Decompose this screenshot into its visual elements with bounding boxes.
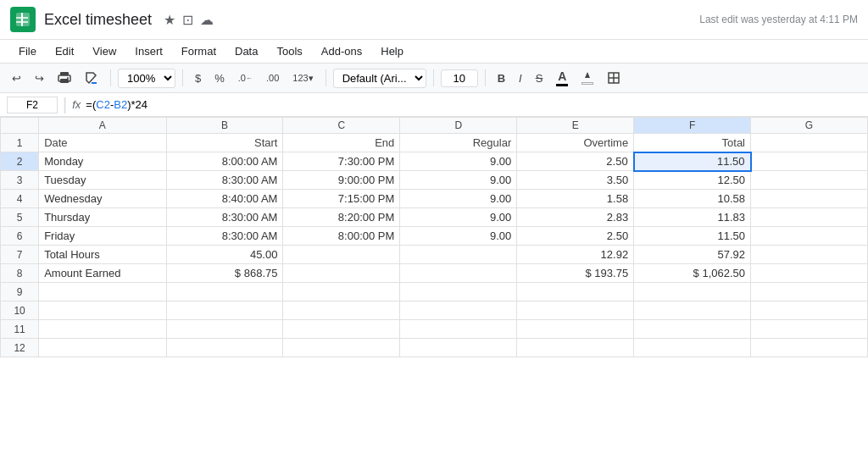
row-header-2[interactable]: 2 xyxy=(1,152,39,171)
cell-r10-c0[interactable] xyxy=(39,301,166,320)
font-color-button[interactable]: A xyxy=(551,67,573,89)
cell-r7-c1[interactable]: 45.00 xyxy=(166,246,283,264)
menu-item-format[interactable]: Format xyxy=(173,41,225,61)
cell-r12-c4[interactable] xyxy=(517,339,634,357)
row-header-7[interactable]: 7 xyxy=(1,246,39,264)
cell-r3-c4[interactable]: 3.50 xyxy=(517,171,634,190)
cell-r2-c6[interactable] xyxy=(751,152,868,171)
fill-color-button[interactable] xyxy=(576,69,598,87)
cell-r10-c2[interactable] xyxy=(283,301,400,320)
cell-r6-c3[interactable]: 9.00 xyxy=(400,227,517,246)
font-family-select[interactable]: Default (Ari... xyxy=(333,69,426,88)
cell-r11-c0[interactable] xyxy=(39,320,166,339)
cell-r5-c6[interactable] xyxy=(751,208,868,227)
cell-r2-c1[interactable]: 8:00:00 AM xyxy=(166,152,283,171)
cell-r12-c1[interactable] xyxy=(166,339,283,357)
menu-item-tools[interactable]: Tools xyxy=(268,41,310,61)
dec-left-button[interactable]: .0← xyxy=(233,70,258,86)
cell-r7-c2[interactable] xyxy=(283,246,400,264)
cell-r9-c3[interactable] xyxy=(400,283,517,301)
cell-r1-c1[interactable]: Start xyxy=(166,134,283,152)
undo-button[interactable]: ↩ xyxy=(7,69,26,87)
cell-r8-c4[interactable]: $ 193.75 xyxy=(517,264,634,283)
row-header-8[interactable]: 8 xyxy=(1,264,39,283)
cell-r1-c5[interactable]: Total xyxy=(634,134,751,152)
cell-r11-c3[interactable] xyxy=(400,320,517,339)
col-header-e[interactable]: E xyxy=(517,118,634,134)
cell-r6-c0[interactable]: Friday xyxy=(39,227,166,246)
cell-r5-c1[interactable]: 8:30:00 AM xyxy=(166,208,283,227)
cell-r4-c1[interactable]: 8:40:00 AM xyxy=(166,190,283,208)
cell-r3-c5[interactable]: 12.50 xyxy=(634,171,751,190)
cell-r7-c4[interactable]: 12.92 xyxy=(517,246,634,264)
row-header-1[interactable]: 1 xyxy=(1,134,39,152)
cell-r11-c2[interactable] xyxy=(283,320,400,339)
cell-r12-c6[interactable] xyxy=(751,339,868,357)
cell-r9-c6[interactable] xyxy=(751,283,868,301)
cell-r9-c5[interactable] xyxy=(634,283,751,301)
cell-r2-c5[interactable]: 11.50 xyxy=(634,152,751,171)
cell-r12-c2[interactable] xyxy=(283,339,400,357)
row-header-12[interactable]: 12 xyxy=(1,339,39,357)
cell-r10-c4[interactable] xyxy=(517,301,634,320)
paint-format-button[interactable] xyxy=(80,69,103,87)
bold-button[interactable]: B xyxy=(492,69,510,87)
col-header-c[interactable]: C xyxy=(283,118,400,134)
dec-right-button[interactable]: .00 xyxy=(261,70,284,86)
cell-r3-c6[interactable] xyxy=(751,171,868,190)
cell-r6-c4[interactable]: 2.50 xyxy=(517,227,634,246)
menu-item-add-ons[interactable]: Add-ons xyxy=(313,41,370,61)
italic-button[interactable]: I xyxy=(514,69,527,87)
col-header-f[interactable]: F xyxy=(634,118,751,134)
cell-r7-c3[interactable] xyxy=(400,246,517,264)
cell-r3-c1[interactable]: 8:30:00 AM xyxy=(166,171,283,190)
cell-r4-c2[interactable]: 7:15:00 PM xyxy=(283,190,400,208)
cell-r8-c1[interactable]: $ 868.75 xyxy=(166,264,283,283)
zoom-select[interactable]: 100% xyxy=(118,69,175,88)
cell-r5-c3[interactable]: 9.00 xyxy=(400,208,517,227)
cell-r6-c2[interactable]: 8:00:00 PM xyxy=(283,227,400,246)
star-icon[interactable]: ★ xyxy=(164,12,175,28)
cell-r7-c0[interactable]: Total Hours xyxy=(39,246,166,264)
cell-r1-c0[interactable]: Date xyxy=(39,134,166,152)
row-header-5[interactable]: 5 xyxy=(1,208,39,227)
cell-r9-c4[interactable] xyxy=(517,283,634,301)
cell-r4-c0[interactable]: Wednesday xyxy=(39,190,166,208)
menu-item-view[interactable]: View xyxy=(84,41,125,61)
cell-r12-c5[interactable] xyxy=(634,339,751,357)
cell-r4-c6[interactable] xyxy=(751,190,868,208)
col-header-g[interactable]: G xyxy=(751,118,868,134)
cell-r10-c1[interactable] xyxy=(166,301,283,320)
cell-r4-c5[interactable]: 10.58 xyxy=(634,190,751,208)
cell-r10-c6[interactable] xyxy=(751,301,868,320)
cell-r7-c5[interactable]: 57.92 xyxy=(634,246,751,264)
cell-r4-c4[interactable]: 1.58 xyxy=(517,190,634,208)
row-header-9[interactable]: 9 xyxy=(1,283,39,301)
cloud-icon[interactable]: ☁ xyxy=(200,12,214,28)
cell-r12-c3[interactable] xyxy=(400,339,517,357)
cell-r6-c1[interactable]: 8:30:00 AM xyxy=(166,227,283,246)
row-header-10[interactable]: 10 xyxy=(1,301,39,320)
strikethrough-button[interactable]: S xyxy=(531,69,548,87)
cell-r10-c3[interactable] xyxy=(400,301,517,320)
cell-r6-c5[interactable]: 11.50 xyxy=(634,227,751,246)
cell-r11-c5[interactable] xyxy=(634,320,751,339)
menu-item-help[interactable]: Help xyxy=(372,41,412,61)
cell-r7-c6[interactable] xyxy=(751,246,868,264)
cell-r11-c6[interactable] xyxy=(751,320,868,339)
cell-r5-c2[interactable]: 8:20:00 PM xyxy=(283,208,400,227)
percent-button[interactable]: % xyxy=(209,69,230,87)
menu-item-insert[interactable]: Insert xyxy=(126,41,171,61)
menu-item-data[interactable]: Data xyxy=(226,41,266,61)
cell-r11-c4[interactable] xyxy=(517,320,634,339)
cell-r12-c0[interactable] xyxy=(39,339,166,357)
cell-r6-c6[interactable] xyxy=(751,227,868,246)
font-size-input[interactable] xyxy=(441,69,478,87)
cell-r11-c1[interactable] xyxy=(166,320,283,339)
currency-button[interactable]: $ xyxy=(190,69,206,87)
cell-r8-c6[interactable] xyxy=(751,264,868,283)
cell-r5-c5[interactable]: 11.83 xyxy=(634,208,751,227)
menu-item-edit[interactable]: Edit xyxy=(47,41,82,61)
cell-r9-c1[interactable] xyxy=(166,283,283,301)
print-button[interactable] xyxy=(53,69,76,87)
